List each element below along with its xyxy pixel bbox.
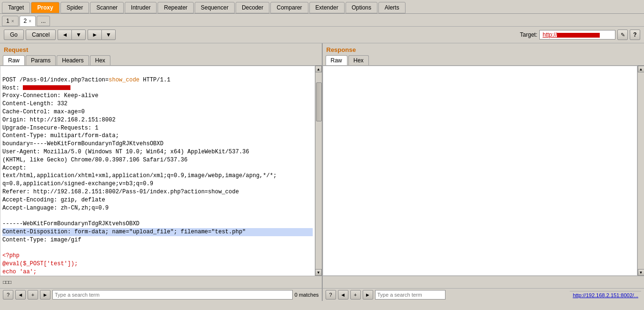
response-scroll-track[interactable] [638, 72, 644, 269]
tab-bar: 1 × 2 × ... [0, 14, 644, 27]
prev-button[interactable]: ◄ [58, 30, 71, 40]
menu-tab-sequencer[interactable]: Sequencer [195, 2, 235, 13]
tab-1[interactable]: 1 × [2, 16, 19, 26]
main-content: Request Raw Params Headers Hex POST /Pas… [0, 43, 644, 301]
target-section: Target: http:// ✎ ? [520, 30, 640, 40]
menu-tab-proxy[interactable]: Proxy [31, 2, 59, 13]
request-panel: Request Raw Params Headers Hex POST /Pas… [0, 43, 323, 301]
response-search-prev-btn[interactable]: ◄ [338, 290, 348, 300]
menu-tab-options[interactable]: Options [346, 2, 377, 13]
search-prev-btn[interactable]: ◄ [15, 290, 26, 300]
tab-1-close[interactable]: × [11, 19, 14, 24]
search-help-btn[interactable]: ? [3, 290, 13, 300]
request-title: Request [0, 43, 322, 54]
tab-more[interactable]: ... [37, 16, 50, 26]
response-scroll-container: ▲ ▼ [323, 66, 644, 276]
response-search-add-btn[interactable]: + [350, 290, 361, 300]
next-nav-group: ► ▼ [88, 30, 116, 40]
scroll-thumb[interactable] [316, 82, 322, 122]
prev-drop-button[interactable]: ▼ [71, 30, 86, 40]
request-body[interactable]: POST /Pass-01/index.php?action=show_code… [0, 66, 315, 276]
target-value: http:// [539, 30, 615, 40]
request-tab-hex[interactable]: Hex [90, 55, 110, 65]
response-scroll-up[interactable]: ▲ [638, 66, 644, 72]
response-panel: Response Raw Hex ▲ ▼ ? ◄ + ► [323, 43, 644, 301]
request-content: POST /Pass-01/index.php?action=show_code… [0, 66, 315, 276]
prev-nav-group: ◄ ▼ [58, 30, 86, 40]
scroll-down-arrow[interactable]: ▼ [315, 269, 322, 276]
response-scroll-down[interactable]: ▼ [638, 269, 644, 276]
scroll-up-arrow[interactable]: ▲ [315, 66, 322, 72]
menu-tab-spider[interactable]: Spider [60, 2, 89, 13]
response-search-next-btn[interactable]: ► [363, 290, 373, 300]
request-tab-headers[interactable]: Headers [57, 55, 89, 65]
request-match-count: 0 matches [295, 292, 319, 298]
tab-1-label: 1 [6, 18, 10, 24]
menu-tab-repeater[interactable]: Repeater [158, 2, 193, 13]
response-search-input[interactable] [375, 290, 446, 300]
menu-tab-alerts[interactable]: Alerts [378, 2, 406, 13]
request-search-input[interactable] [52, 290, 293, 300]
request-bottom-bar: □□□ [0, 276, 322, 288]
response-search-bar: ? ◄ + ► http://192.168.2.151:8002/... [323, 288, 644, 301]
target-edit-button[interactable]: ✎ [617, 30, 628, 40]
response-status: http://192.168.2.151:8002/... [570, 291, 641, 299]
search-next-btn[interactable]: ► [40, 290, 50, 300]
menu-tab-target[interactable]: Target [2, 2, 30, 13]
response-tab-raw[interactable]: Raw [326, 55, 347, 65]
response-scrollbar[interactable]: ▲ ▼ [637, 66, 644, 276]
response-body[interactable] [323, 66, 638, 276]
menu-bar: Target Proxy Spider Scanner Intruder Rep… [0, 0, 644, 14]
request-sub-tabs: Raw Params Headers Hex [0, 54, 322, 66]
next-button[interactable]: ► [88, 30, 101, 40]
response-bottom-bar [323, 276, 644, 288]
request-scrollbar[interactable]: ▲ ▼ [315, 66, 322, 276]
menu-tab-scanner[interactable]: Scanner [90, 2, 124, 13]
menu-tab-intruder[interactable]: Intruder [125, 2, 157, 13]
response-sub-tabs: Raw Hex [323, 54, 644, 66]
request-search-bar: ? ◄ + ► 0 matches [0, 288, 322, 301]
menu-tab-decoder[interactable]: Decoder [236, 2, 269, 13]
response-content [323, 66, 638, 276]
request-tab-raw[interactable]: Raw [3, 55, 25, 65]
scroll-track[interactable] [316, 72, 322, 269]
go-button[interactable]: Go [4, 30, 24, 40]
request-bottom-chars: □□□ [3, 280, 11, 285]
response-title: Response [323, 43, 644, 54]
search-add-btn[interactable]: + [28, 290, 38, 300]
menu-tab-extender[interactable]: Extender [309, 2, 345, 13]
response-search-help-btn[interactable]: ? [326, 290, 336, 300]
tab-2-label: 2 [24, 18, 27, 24]
target-label-text: Target: [520, 31, 537, 38]
help-button[interactable]: ? [630, 30, 640, 40]
tab-2[interactable]: 2 × [20, 16, 36, 26]
next-drop-button[interactable]: ▼ [101, 30, 116, 40]
menu-tab-comparer[interactable]: Comparer [270, 2, 308, 13]
request-tab-params[interactable]: Params [26, 55, 56, 65]
request-scroll-container: POST /Pass-01/index.php?action=show_code… [0, 66, 322, 276]
tab-2-close[interactable]: × [29, 19, 31, 24]
toolbar: Go Cancel ◄ ▼ ► ▼ Target: http:// ✎ ? [0, 27, 644, 43]
cancel-button[interactable]: Cancel [26, 30, 56, 40]
response-tab-hex[interactable]: Hex [348, 55, 369, 65]
